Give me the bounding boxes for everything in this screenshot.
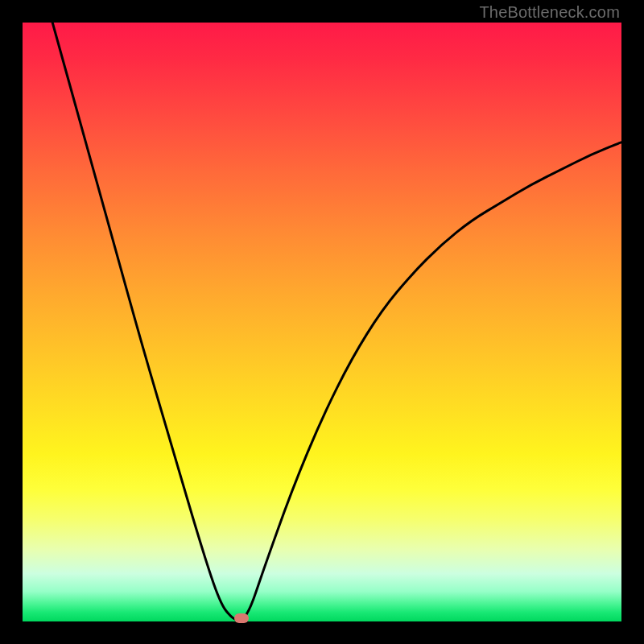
watermark-text: TheBottleneck.com [479, 3, 620, 22]
optimal-point-marker [234, 613, 249, 623]
bottleneck-curve [23, 23, 621, 621]
chart-frame: TheBottleneck.com [0, 0, 644, 644]
